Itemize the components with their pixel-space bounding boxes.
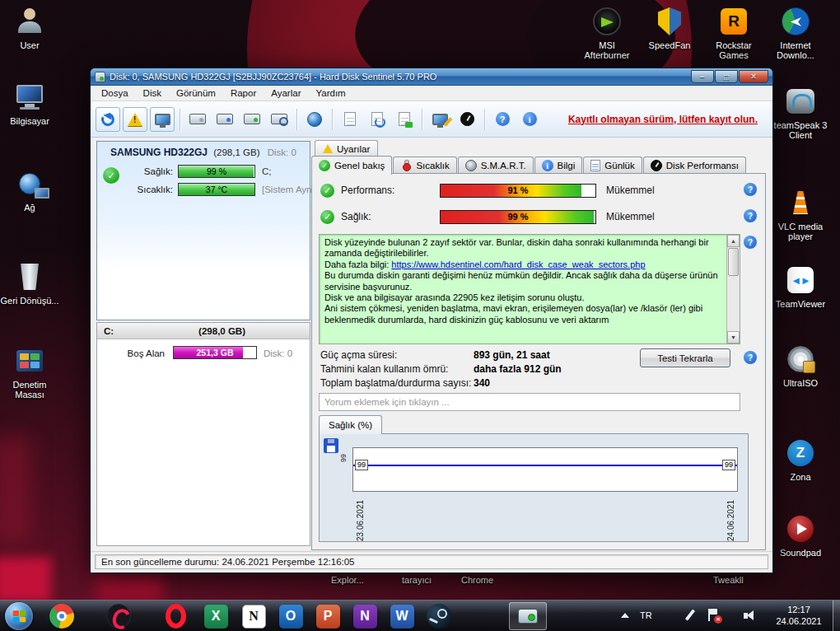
close-button[interactable]: [739, 70, 768, 83]
taskbar-powerpoint[interactable]: P: [315, 603, 341, 629]
desktop-icon-zona[interactable]: Z Zona: [769, 437, 832, 482]
about-button[interactable]: [517, 107, 542, 132]
menu-yardim[interactable]: Yardım: [308, 86, 352, 100]
chrome-icon: [49, 604, 74, 629]
chart-point-label: 99: [722, 460, 735, 470]
taskbar-opera-gx[interactable]: [105, 603, 132, 629]
tab-label: S.M.A.R.T.: [481, 161, 526, 171]
desktop-icon-computer[interactable]: Bilgisayar: [0, 81, 61, 126]
desktop-icon-control-panel[interactable]: Denetim Masası: [0, 344, 61, 400]
retest-button[interactable]: Testi Tekrarla: [640, 348, 730, 367]
disk-overview-button[interactable]: [185, 107, 210, 132]
taskbar-hard-disk-sentinel[interactable]: [509, 602, 547, 630]
help-icon[interactable]: [744, 183, 757, 196]
comment-input[interactable]: [319, 393, 740, 411]
disk-list-panel[interactable]: SAMSUNG HD322GJ (298,1 GB) Disk: 0 Sağlı…: [96, 141, 310, 320]
action-center-flag-icon[interactable]: [707, 609, 721, 623]
refresh-report-button[interactable]: [365, 107, 390, 132]
menu-rapor[interactable]: Rapor: [223, 86, 264, 100]
temperature-bar: 37 °C: [178, 183, 255, 196]
minimize-button[interactable]: [691, 70, 714, 83]
desktop-icon-teamviewer[interactable]: TeamViewer: [769, 264, 832, 309]
wallpaper-red-shape: [97, 572, 163, 601]
show-desktop-button[interactable]: [833, 601, 840, 631]
help-icon[interactable]: [744, 209, 757, 222]
taskbar-opera[interactable]: [162, 603, 189, 629]
desktop-icon-soundpad[interactable]: Soundpad: [769, 512, 832, 558]
volume-icon[interactable]: [744, 609, 758, 623]
tab-info[interactable]: Bilgi: [534, 157, 583, 174]
show-hidden-icons-button[interactable]: [621, 613, 629, 618]
tab-temperature[interactable]: Sıcaklık: [393, 157, 456, 174]
document-icon: [344, 112, 356, 126]
help-icon[interactable]: [744, 236, 757, 249]
tab-log[interactable]: Günlük: [583, 157, 642, 174]
desktop-icon-user[interactable]: User: [0, 5, 61, 50]
computer-icon: [0, 81, 61, 114]
desktop-icon-ultraiso[interactable]: UltraISO: [769, 343, 832, 388]
desktop-icon-rockstar-games[interactable]: R Rockstar Games: [702, 5, 765, 60]
tray-clock[interactable]: 12:17 24.06.2021: [766, 604, 832, 627]
tab-health-chart[interactable]: Sağlık (%): [319, 415, 382, 434]
disk-surface-test-button[interactable]: [267, 107, 292, 132]
partition-panel[interactable]: C: (298,0 GB) Boş Alan 251,3 GB Disk: 0: [96, 322, 310, 546]
zona-icon: Z: [769, 437, 832, 470]
menu-ayarlar[interactable]: Ayarlar: [264, 86, 308, 100]
tab-overview[interactable]: Genel bakış: [311, 156, 392, 175]
send-report-button[interactable]: [392, 107, 417, 132]
start-button[interactable]: [5, 602, 33, 630]
save-chart-icon[interactable]: [324, 438, 338, 453]
taskbar-steam[interactable]: [426, 603, 452, 629]
desktop-icon-label: Ağ: [0, 203, 61, 213]
performance-monitor-button[interactable]: [455, 107, 479, 132]
maximize-button[interactable]: [715, 70, 738, 83]
overview-panel: Performans: 91 % Mükemmel Sağlık: 99 % M…: [311, 173, 766, 550]
refresh-button[interactable]: [96, 107, 120, 132]
scrollbar-thumb[interactable]: [728, 248, 739, 276]
window-titlebar[interactable]: Disk: 0, SAMSUNG HD322GJ [S2BJJ90ZC23764…: [91, 68, 772, 86]
pen-tray-icon[interactable]: [684, 609, 696, 622]
tab-warnings[interactable]: Uyarılar: [315, 140, 378, 157]
disk-details-button[interactable]: [212, 107, 237, 132]
desktop-icon-recycle-bin[interactable]: Geri Dönüşü...: [0, 260, 61, 306]
report-button[interactable]: [338, 107, 362, 132]
desktop-icon-label[interactable]: Chrome: [461, 575, 493, 585]
scroll-up-icon[interactable]: [727, 235, 740, 247]
register-link[interactable]: Kayıtlı olmayan sürüm, lütfen kayıt olun…: [568, 114, 758, 125]
desktop-icon-network[interactable]: Ağ: [0, 167, 61, 213]
scrollbar[interactable]: [726, 235, 740, 344]
scroll-down-icon[interactable]: [727, 331, 740, 344]
disk-test-button[interactable]: [240, 107, 264, 132]
menu-disk[interactable]: Disk: [136, 86, 169, 100]
desktop-icon-speedfan[interactable]: SpeedFan: [638, 5, 701, 50]
desktop-gadget-button[interactable]: [427, 107, 452, 132]
warnings-button[interactable]: [123, 107, 147, 132]
weak-sectors-link[interactable]: https://www.hdsentinel.com/hard_disk_cas…: [391, 259, 645, 269]
desktop-icon-vlc[interactable]: VLC media player: [769, 186, 832, 241]
desktop-icon-teamspeak[interactable]: teamSpeak 3 Client: [769, 85, 832, 140]
system-report-button[interactable]: [150, 107, 175, 132]
taskbar-notion[interactable]: N: [240, 603, 267, 629]
desktop-icon-label[interactable]: Explor...: [331, 575, 364, 585]
scrollbar-track[interactable]: [727, 247, 740, 331]
help-icon[interactable]: [744, 351, 757, 364]
menu-gorunum[interactable]: Görünüm: [169, 86, 223, 100]
menu-dosya[interactable]: Dosya: [94, 86, 136, 100]
tab-disk-performance[interactable]: Disk Performansı: [643, 157, 746, 174]
document-refresh-icon: [371, 112, 383, 126]
disk-search-icon: [271, 114, 287, 124]
taskbar-outlook[interactable]: O: [278, 603, 304, 629]
language-indicator[interactable]: TR: [640, 610, 652, 620]
desktop-icon-label[interactable]: tarayıcı: [402, 575, 432, 585]
online-status-button[interactable]: [302, 107, 327, 132]
taskbar-onenote[interactable]: N: [352, 603, 378, 629]
taskbar-word[interactable]: W: [389, 603, 415, 629]
taskbar-excel[interactable]: X: [203, 603, 229, 629]
tab-smart[interactable]: S.M.A.R.T.: [458, 157, 534, 174]
desktop-icon-internet-download-manager[interactable]: Internet Downlo...: [764, 5, 827, 60]
desktop-icon-msi-afterburner[interactable]: MSI Afterburner: [576, 5, 638, 60]
desktop-icon-label[interactable]: Tweakll: [713, 575, 744, 585]
taskbar-chrome[interactable]: [49, 603, 75, 629]
performance-row: Performans: 91 % Mükemmel: [320, 182, 655, 199]
help-button[interactable]: [490, 107, 515, 132]
